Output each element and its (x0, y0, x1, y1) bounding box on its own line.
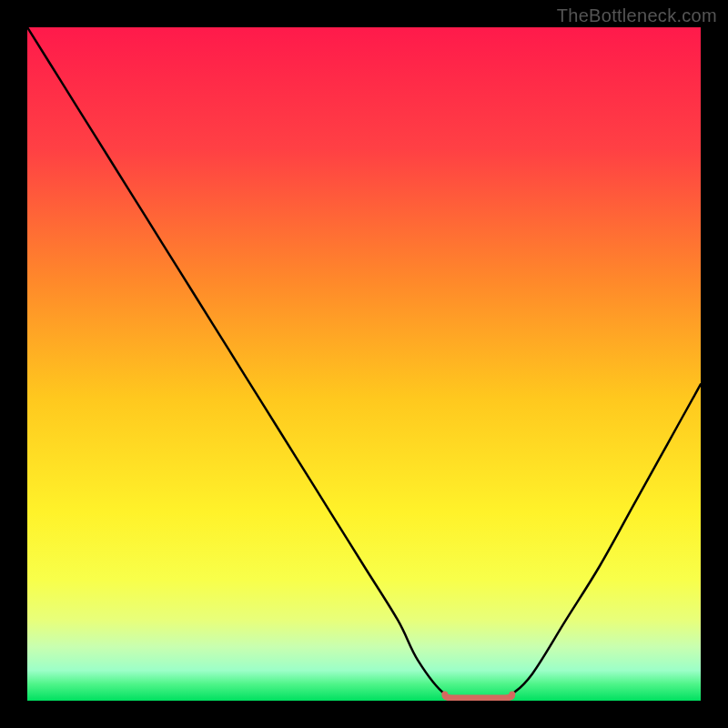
optimal-marker (445, 694, 512, 698)
chart-frame: TheBottleneck.com (0, 0, 728, 728)
curve-layer (27, 27, 701, 701)
plot-area (27, 27, 701, 701)
bottleneck-curve (27, 27, 701, 701)
watermark-label: TheBottleneck.com (557, 5, 717, 26)
